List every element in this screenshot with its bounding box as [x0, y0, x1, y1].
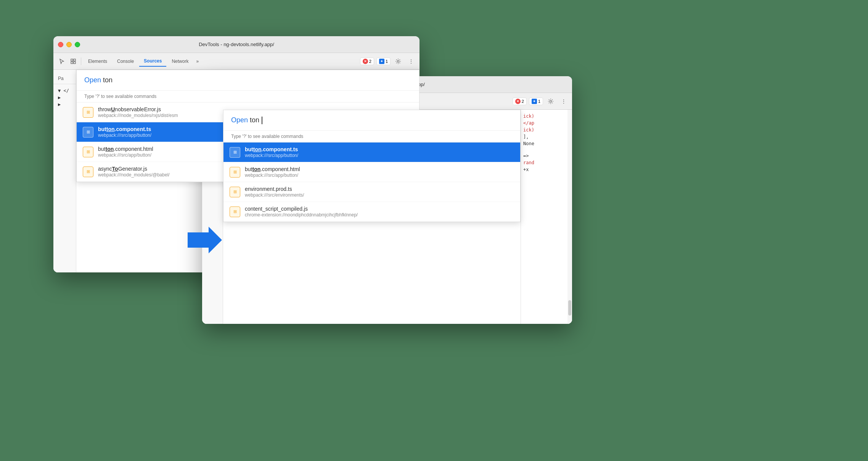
devtools-toolbar-back: Elements Console Sources Network » ✕ 2 ✦… [53, 53, 420, 70]
command-results-front: ⊞ button.component.ts webpack:///src/app… [223, 142, 520, 222]
result-info-4-front: content_script_compiled.js chrome-extens… [245, 206, 358, 218]
tree-line-2: ▶ [53, 94, 76, 101]
result-path-3-back: webpack:///src/app/button/ [98, 152, 153, 158]
command-open-label-back: Open [84, 76, 101, 84]
file-icon-1-back: ⊞ [83, 107, 93, 118]
scrollbar-front[interactable] [567, 110, 572, 324]
code-line-4: ], [523, 133, 570, 140]
error-count-front: 2 [522, 99, 524, 104]
code-line-7: rand [523, 159, 570, 166]
command-open-label-front: Open [231, 116, 248, 124]
cursor-icon[interactable] [56, 56, 67, 67]
file-icon-4-back: ⊞ [83, 166, 93, 177]
result-filename-1-back: throwUnobservableError.js [98, 106, 178, 112]
result-filename-1-front: button.component.ts [245, 146, 298, 152]
minimize-button-back[interactable] [66, 42, 72, 47]
svg-marker-5 [188, 227, 222, 253]
result-filename-2-front: button.component.html [245, 166, 300, 172]
error-badge-back[interactable]: ✕ 2 [360, 58, 374, 65]
code-line-5: None [523, 140, 570, 147]
toolbar-separator [81, 58, 81, 65]
command-hint-front: Type '?' to see available commands [223, 131, 520, 142]
sidebar-panel-back: Pa ▼ </ ▶ ▶ [53, 70, 76, 272]
svg-point-10 [550, 100, 552, 102]
settings-icon-back[interactable] [393, 56, 403, 67]
error-badge-front[interactable]: ✕ 2 [513, 98, 527, 105]
panel-label-back: Pa [58, 76, 64, 81]
result-info-1-front: button.component.ts webpack:///src/app/b… [245, 146, 298, 158]
code-line-6: => [523, 152, 570, 159]
file-icon-4-front: ⊞ [230, 206, 240, 217]
tab-network-back[interactable]: Network [167, 56, 193, 66]
result-filename-4-front: content_script_compiled.js [245, 206, 358, 212]
panel-header-back: Pa [53, 73, 76, 84]
command-search-text-front: ton [250, 116, 259, 124]
tab-sources-back[interactable]: Sources [139, 56, 166, 67]
file-icon-2-front: ⊞ [230, 167, 240, 178]
result-filename-4-back: asyncToGenerator.js [98, 166, 170, 172]
file-icon-3-back: ⊞ [83, 147, 93, 157]
code-editor-front: ick) </ap ick) ], None => rand +x [521, 110, 572, 324]
command-input-back[interactable]: Open ton [77, 70, 419, 91]
result-info-1-back: throwUnobservableError.js webpack:///nod… [98, 106, 178, 118]
warn-badge-front[interactable]: ✦ 1 [529, 98, 543, 105]
command-input-front[interactable]: Open ton [223, 110, 520, 131]
maximize-button-back[interactable] [75, 42, 80, 47]
result-path-2-back: webpack:///src/app/button/ [98, 133, 151, 138]
tree-line-1: ▼ </ [53, 87, 76, 94]
warn-badge-back[interactable]: ✦ 1 [376, 58, 391, 65]
result-info-2-front: button.component.html webpack:///src/app… [245, 166, 300, 178]
svg-rect-0 [71, 59, 73, 61]
tab-elements-back[interactable]: Elements [84, 56, 112, 66]
traffic-lights-back [58, 42, 80, 47]
result-item-2-front[interactable]: ⊞ button.component.html webpack:///src/a… [223, 162, 520, 182]
window-title-back: DevTools - ng-devtools.netlify.app/ [199, 42, 274, 47]
svg-rect-3 [74, 62, 76, 64]
text-cursor [262, 117, 262, 124]
command-hint-back: Type '?' to see available commands [77, 91, 419, 102]
close-button-back[interactable] [58, 42, 63, 47]
inspect-icon[interactable] [68, 56, 79, 67]
warn-icon-front: ✦ [532, 99, 537, 104]
result-info-3-back: button.component.html webpack:///src/app… [98, 146, 153, 158]
tree-line-3: ▶ [53, 101, 76, 108]
result-info-4-back: asyncToGenerator.js webpack:///node_modu… [98, 166, 170, 178]
result-path-4-back: webpack:///node_modules/@babel/ [98, 172, 170, 178]
arrow-decoration [188, 227, 222, 255]
toolbar-right-back: ✕ 2 ✦ 1 ⋮ [360, 56, 416, 67]
result-item-3-front[interactable]: ⊞ environment.prod.ts webpack:///src/env… [223, 182, 520, 202]
file-icon-2-back: ⊞ [83, 127, 93, 138]
scrollbar-thumb-front[interactable] [568, 300, 571, 315]
result-info-3-front: environment.prod.ts webpack:///src/envir… [245, 186, 304, 198]
error-icon-back: ✕ [363, 59, 368, 64]
devtools-content-front: Pa ▼ < Open ton Type '?' to see availabl… [202, 110, 572, 324]
code-line-8: +x [523, 166, 570, 173]
file-icon-3-front: ⊞ [230, 187, 240, 197]
svg-point-4 [397, 60, 399, 62]
main-area-front: Open ton Type '?' to see available comma… [223, 110, 572, 324]
result-path-3-front: webpack:///src/environments/ [245, 192, 304, 198]
titlebar-back: DevTools - ng-devtools.netlify.app/ [53, 36, 420, 53]
error-icon-front: ✕ [515, 99, 521, 104]
tab-console-back[interactable]: Console [113, 56, 138, 66]
code-line-3: ick) [523, 126, 570, 133]
result-info-2-back: button.component.ts webpack:///src/app/b… [98, 126, 151, 138]
settings-icon-front[interactable] [545, 96, 556, 107]
warn-icon-back: ✦ [379, 59, 384, 64]
code-line-2: </ap [523, 120, 570, 126]
devtools-window-front: DevTools - ng-devtools.netlify.app/ Elem… [202, 76, 572, 324]
toolbar-right-front: ✕ 2 ✦ 1 ⋮ [513, 96, 569, 107]
more-options-icon-front[interactable]: ⋮ [558, 96, 569, 107]
result-item-4-front[interactable]: ⊞ content_script_compiled.js chrome-exte… [223, 202, 520, 222]
result-filename-2-back: button.component.ts [98, 126, 151, 132]
tab-more-back[interactable]: » [194, 57, 201, 66]
tree-content-back: ▼ </ ▶ ▶ [53, 84, 76, 111]
result-item-1-front[interactable]: ⊞ button.component.ts webpack:///src/app… [223, 142, 520, 162]
svg-rect-2 [71, 62, 73, 64]
command-search-text-back: ton [103, 76, 113, 84]
svg-rect-1 [74, 59, 76, 61]
error-count-back: 2 [369, 59, 371, 64]
more-options-icon-back[interactable]: ⋮ [406, 56, 416, 67]
warn-count-front: 1 [538, 99, 540, 104]
result-path-1-back: webpack:///node_modules/rxjs/dist/esm [98, 113, 178, 118]
